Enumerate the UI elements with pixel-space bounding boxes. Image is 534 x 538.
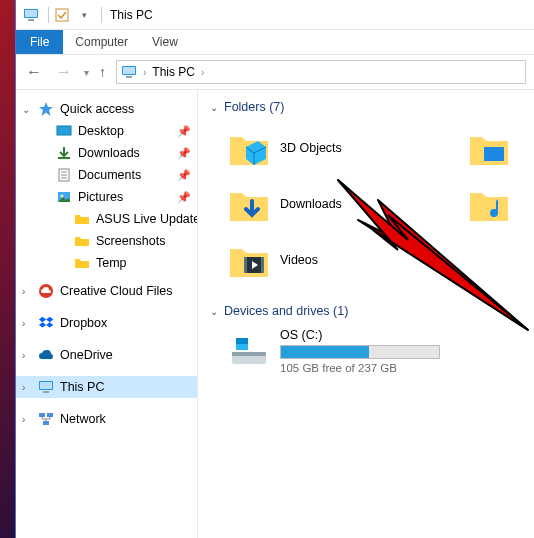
sidebar-item-label: Documents — [78, 168, 141, 182]
sidebar-network[interactable]: › Network — [16, 408, 197, 430]
qat-properties-icon[interactable] — [53, 6, 71, 24]
navigation-pane: ⌄ Quick access Desktop 📌 Downloads 📌 Doc — [16, 90, 198, 538]
qat-dropdown-icon[interactable]: ▾ — [75, 6, 93, 24]
folder-label: Videos — [280, 253, 318, 267]
star-icon — [38, 101, 54, 117]
breadcrumb-root[interactable]: This PC — [152, 65, 195, 79]
sidebar-this-pc[interactable]: › This PC — [16, 376, 197, 398]
chevron-down-icon: ⌄ — [210, 102, 218, 113]
creative-cloud-icon — [38, 283, 54, 299]
chevron-down-icon: ⌄ — [210, 306, 218, 317]
svg-rect-19 — [43, 391, 49, 393]
folder-music-partial[interactable] — [468, 180, 528, 228]
pin-icon: 📌 — [177, 147, 191, 160]
dropbox-icon — [38, 315, 54, 331]
navigation-bar: ← → ▾ ↑ › This PC › — [16, 54, 534, 90]
svg-rect-5 — [123, 67, 135, 74]
view-tab[interactable]: View — [140, 30, 190, 54]
sidebar-item-desktop[interactable]: Desktop 📌 — [16, 120, 197, 142]
chevron-right-icon[interactable]: › — [201, 67, 204, 78]
svg-rect-28 — [232, 352, 266, 356]
section-label: Folders (7) — [224, 100, 284, 114]
section-label: Devices and drives (1) — [224, 304, 348, 318]
title-bar: ▾ This PC — [16, 0, 534, 30]
svg-rect-25 — [244, 257, 247, 273]
thispc-icon — [22, 6, 40, 24]
sidebar-quick-access[interactable]: ⌄ Quick access — [16, 98, 197, 120]
svg-rect-20 — [39, 413, 45, 417]
downloads-icon — [56, 145, 72, 161]
address-bar[interactable]: › This PC › — [116, 60, 526, 84]
drive-icon — [228, 332, 270, 370]
videos-folder-icon — [228, 239, 270, 281]
folder-icon — [74, 233, 90, 249]
folder-icon — [74, 211, 90, 227]
expand-icon[interactable]: › — [22, 350, 25, 361]
sidebar-item-temp[interactable]: Temp — [16, 252, 197, 274]
folder-icon — [74, 255, 90, 271]
up-button[interactable]: ↑ — [99, 64, 106, 80]
svg-rect-21 — [47, 413, 53, 417]
drive-info: OS (C:) 105 GB free of 237 GB — [280, 328, 440, 374]
expand-icon[interactable]: › — [22, 382, 25, 393]
network-icon — [38, 411, 54, 427]
drives-section-header[interactable]: ⌄ Devices and drives (1) — [210, 304, 534, 318]
folders-section-header[interactable]: ⌄ Folders (7) — [210, 100, 534, 114]
downloads-folder-icon — [228, 183, 270, 225]
sidebar-item-downloads[interactable]: Downloads 📌 — [16, 142, 197, 164]
folder-desktop-partial[interactable] — [468, 124, 528, 172]
file-tab[interactable]: File — [16, 30, 63, 54]
3d-objects-icon — [228, 127, 270, 169]
svg-rect-7 — [57, 126, 71, 135]
back-button[interactable]: ← — [24, 63, 44, 81]
drive-usage-bar — [280, 345, 440, 359]
desktop-background — [0, 0, 15, 538]
folder-label: Downloads — [280, 197, 342, 211]
sidebar-item-label: This PC — [60, 380, 104, 394]
drive-os-c[interactable]: OS (C:) 105 GB free of 237 GB — [210, 328, 534, 374]
svg-rect-23 — [484, 147, 504, 161]
expand-icon[interactable]: › — [22, 414, 25, 425]
expand-icon[interactable]: › — [22, 286, 25, 297]
onedrive-icon — [38, 347, 54, 363]
svg-rect-26 — [261, 257, 264, 273]
folder-downloads[interactable]: Downloads — [228, 180, 448, 228]
collapse-icon[interactable]: ⌄ — [22, 104, 30, 115]
desktop-icon — [56, 123, 72, 139]
sidebar-item-label: Dropbox — [60, 316, 107, 330]
sidebar-item-label: OneDrive — [60, 348, 113, 362]
sidebar-item-label: Downloads — [78, 146, 140, 160]
forward-button[interactable]: → — [54, 63, 74, 81]
folder-label: 3D Objects — [280, 141, 342, 155]
drive-label: OS (C:) — [280, 328, 440, 342]
sidebar-item-documents[interactable]: Documents 📌 — [16, 164, 197, 186]
svg-rect-22 — [43, 421, 49, 425]
sidebar-item-label: ASUS Live Update — [96, 212, 198, 226]
pin-icon: 📌 — [177, 169, 191, 182]
pictures-icon — [56, 189, 72, 205]
folder-videos[interactable]: Videos — [228, 236, 448, 284]
content-pane: ⌄ Folders (7) 3D Objects Downloads — [198, 90, 534, 538]
sidebar-item-asus[interactable]: ASUS Live Update — [16, 208, 197, 230]
history-dropdown[interactable]: ▾ — [84, 67, 89, 78]
expand-icon[interactable]: › — [22, 318, 25, 329]
sidebar-item-label: Network — [60, 412, 106, 426]
sidebar-item-pictures[interactable]: Pictures 📌 — [16, 186, 197, 208]
sidebar-item-label: Pictures — [78, 190, 123, 204]
sidebar-dropbox[interactable]: › Dropbox — [16, 312, 197, 334]
sidebar-creative-cloud[interactable]: › Creative Cloud Files — [16, 280, 197, 302]
folder-icon — [468, 127, 510, 169]
sidebar-item-label: Temp — [96, 256, 127, 270]
svg-rect-1 — [25, 10, 37, 17]
chevron-right-icon: › — [143, 67, 146, 78]
svg-rect-2 — [28, 19, 34, 21]
folder-3d-objects[interactable]: 3D Objects — [228, 124, 448, 172]
sidebar-onedrive[interactable]: › OneDrive — [16, 344, 197, 366]
svg-rect-30 — [236, 338, 248, 344]
sidebar-item-screenshots[interactable]: Screenshots — [16, 230, 197, 252]
explorer-window: ▾ This PC File Computer View ← → ▾ ↑ › T… — [15, 0, 534, 538]
music-folder-icon — [468, 183, 510, 225]
folders-grid: 3D Objects Downloads Videos — [210, 124, 534, 284]
computer-tab[interactable]: Computer — [63, 30, 140, 54]
pin-icon: 📌 — [177, 191, 191, 204]
